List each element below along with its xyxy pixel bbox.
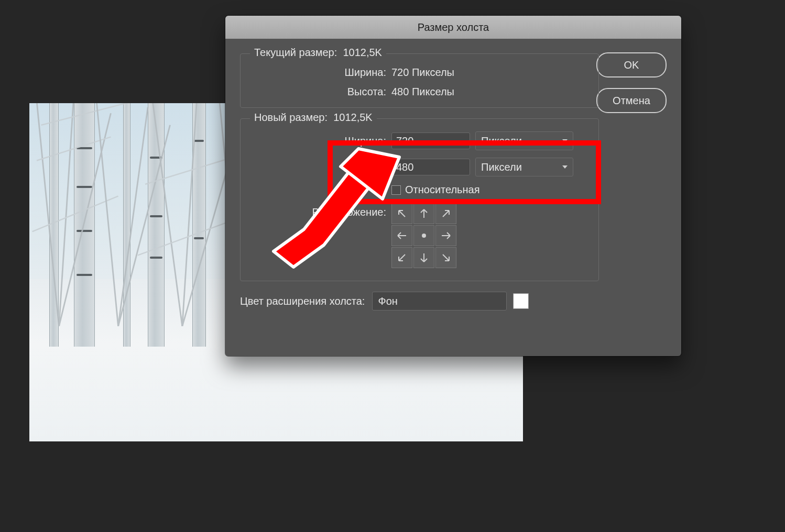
extension-color-label: Цвет расширения холста:	[240, 295, 365, 307]
extension-color-value: Фон	[378, 295, 397, 307]
current-width-value: 720 Пикселы	[391, 66, 454, 79]
anchor-top-left[interactable]	[391, 203, 412, 224]
extension-color-select[interactable]: Фон	[372, 292, 507, 311]
svg-line-0	[37, 103, 59, 326]
anchor-top-right[interactable]	[435, 203, 456, 224]
svg-line-13	[138, 220, 234, 256]
current-width-label: Ширина:	[250, 66, 391, 79]
svg-line-10	[182, 103, 197, 326]
anchor-label: Расположение:	[250, 203, 391, 218]
new-height-row: Высота: Пиксели	[250, 158, 589, 176]
svg-line-5	[41, 103, 133, 125]
anchor-left[interactable]	[391, 225, 412, 246]
new-height-input[interactable]	[391, 159, 470, 175]
relative-checkbox[interactable]	[391, 185, 401, 195]
canvas-size-dialog: Размер холста OK Отмена Текущий размер: …	[225, 16, 681, 356]
current-height-value: 480 Пикселы	[391, 86, 454, 98]
new-width-unit-value: Пиксели	[481, 135, 522, 147]
new-width-input[interactable]	[391, 132, 470, 149]
new-width-unit-select[interactable]: Пиксели	[475, 131, 573, 150]
current-height-label: Высота:	[250, 86, 391, 98]
svg-line-9	[152, 103, 182, 326]
current-size-value: 1012,5K	[343, 47, 382, 58]
new-width-label: Ширина:	[250, 135, 391, 147]
anchor-bottom-right[interactable]	[435, 247, 456, 268]
new-width-row: Ширина: Пиксели	[250, 131, 589, 150]
current-size-legend: Текущий размер:	[254, 47, 337, 58]
svg-line-4	[32, 196, 118, 232]
anchor-bottom-left[interactable]	[391, 247, 412, 268]
anchor-center[interactable]	[413, 225, 434, 246]
anchor-right[interactable]	[435, 225, 456, 246]
svg-point-26	[422, 234, 426, 238]
anchor-bottom[interactable]	[413, 247, 434, 268]
new-size-legend: Новый размер:	[254, 112, 328, 123]
chevron-down-icon	[562, 165, 568, 169]
new-height-unit-value: Пиксели	[481, 161, 522, 173]
new-height-unit-select[interactable]: Пиксели	[475, 158, 573, 176]
new-size-value: 1012,5K	[333, 112, 373, 123]
relative-label: Относительная	[405, 184, 480, 196]
chevron-down-icon	[562, 139, 568, 142]
new-size-group: Новый размер: 1012,5K Ширина: Пиксели Вы…	[240, 118, 599, 281]
dialog-title: Размер холста	[225, 16, 681, 39]
anchor-grid	[391, 203, 456, 268]
anchor-top[interactable]	[413, 203, 434, 224]
current-size-group: Текущий размер: 1012,5K Ширина: 720 Пикс…	[240, 53, 599, 108]
extension-color-swatch[interactable]	[513, 293, 529, 309]
new-height-label: Высота:	[250, 161, 391, 173]
svg-line-6	[96, 103, 118, 326]
